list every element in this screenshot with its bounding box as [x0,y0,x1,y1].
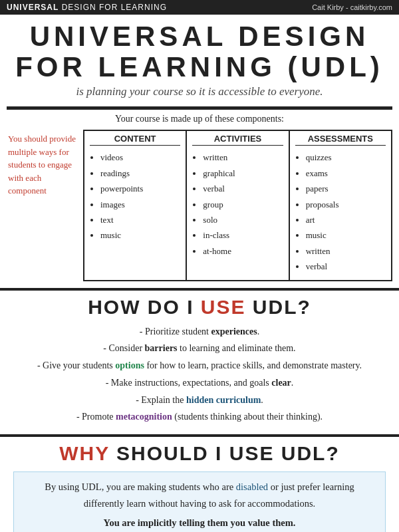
list-item: videos [100,150,180,165]
components-intro: Your course is made up of these componen… [7,114,392,124]
how-item-4: - Make instructions, expectations, and g… [13,375,386,391]
activities-column: ACTIVITIES written graphical verbal grou… [187,131,289,279]
why-title: WHY SHOULD I USE UDL? [13,442,386,465]
list-item: in-class [203,227,283,243]
list-item: music [100,227,180,243]
list-item: solo [203,212,283,227]
how-title-plain: HOW DO I [88,296,201,318]
list-item: art [306,212,386,227]
assessments-list: quizzes exams papers proposals art music… [295,150,386,274]
why-title-rest: SHOULD I USE UDL? [110,442,340,464]
content-list: videos readings powerpoints images text … [90,150,180,243]
list-item: graphical [203,166,283,181]
content-column: CONTENT videos readings powerpoints imag… [84,131,187,279]
how-items: - Prioritize student experiences. - Cons… [13,324,386,426]
how-title-end: UDL? [246,296,311,318]
list-item: music [306,227,386,243]
how-title-highlight: USE [201,296,246,318]
how-title: HOW DO I USE UDL? [13,296,386,319]
why-bold-final: You are implicitly telling them you valu… [25,515,374,531]
how-section: HOW DO I USE UDL? - Prioritize student e… [0,288,399,438]
components-table: CONTENT videos readings powerpoints imag… [83,130,392,281]
header-title-bold: UNIVERSAL [7,3,59,12]
list-item: readings [100,166,180,181]
list-item: verbal [203,181,283,196]
list-item: written [203,150,283,165]
content-header: CONTENT [90,134,180,146]
how-item-5: - Explain the hidden curriculum. [13,392,386,408]
list-item: proposals [306,197,386,212]
list-item: exams [306,166,386,181]
activities-header: ACTIVITIES [192,134,283,146]
why-title-highlight: WHY [59,442,109,464]
list-item: at-home [203,243,283,259]
why-section: WHY SHOULD I USE UDL? By using UDL, you … [0,437,399,532]
header-title-rest: DESIGN FOR LEARNING [59,3,167,12]
how-item-2: - Consider barriers to learning and elim… [13,340,386,356]
how-item-3: - Give your students options for how to … [13,358,386,374]
list-item: verbal [306,259,386,274]
why-box: By using UDL, you are making students wh… [13,471,386,532]
activities-list: written graphical verbal group solo in-c… [192,150,283,259]
main-title: UNIVERSAL DESIGN FOR LEARNING (UDL) [13,21,386,82]
components-section: Your course is made up of these componen… [0,110,399,285]
list-item: images [100,197,180,212]
list-item: written [306,243,386,259]
main-title-section: UNIVERSAL DESIGN FOR LEARNING (UDL) is p… [0,15,399,101]
list-item: text [100,212,180,227]
components-layout: You should provide multiple ways for stu… [7,130,392,281]
why-body: By using UDL, you are making students wh… [45,481,354,509]
assessments-column: ASSESSMENTS quizzes exams papers proposa… [290,131,391,279]
subtitle: is planning your course so it is accessi… [13,85,386,98]
list-item: group [203,197,283,212]
header-credit: Cait Kirby - caitkirby.com [312,3,392,11]
how-item-6: - Promote metacognition (students thinki… [13,409,386,425]
main-title-line2: FOR LEARNING (UDL) [15,51,384,82]
list-item: papers [306,181,386,196]
assessments-header: ASSESSMENTS [295,134,386,146]
how-item-1: - Prioritize student experiences. [13,324,386,340]
header-bar: UNIVERSAL DESIGN FOR LEARNING Cait Kirby… [0,0,399,15]
sidebar-note: You should provide multiple ways for stu… [7,130,83,200]
main-title-line1: UNIVERSAL DESIGN [30,21,370,52]
list-item: powerpoints [100,181,180,196]
list-item: quizzes [306,150,386,165]
header-title: UNIVERSAL DESIGN FOR LEARNING [7,3,167,12]
